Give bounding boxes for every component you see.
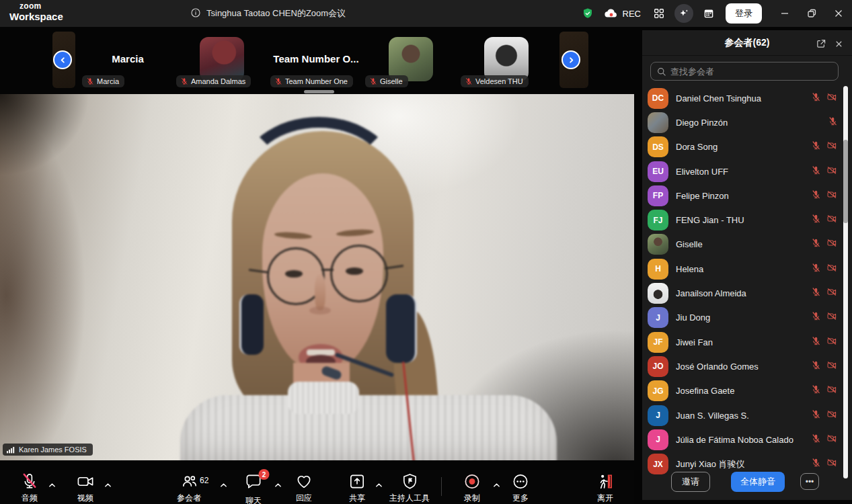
participants-count: 62 — [200, 476, 208, 485]
tile-pill-label: Veldesen THU — [475, 77, 523, 85]
participant-row[interactable]: FJ FENG Jian - THU — [642, 208, 844, 232]
participant-avatar: EU — [648, 161, 668, 182]
video-off-icon — [826, 238, 838, 251]
filmstrip-scroll-indicator[interactable] — [304, 90, 334, 93]
toolbar-share[interactable]: 共享 — [348, 472, 366, 504]
invite-button[interactable]: 邀请 — [671, 472, 710, 492]
toolbar-participants-label: 参会者 — [177, 493, 201, 504]
ai-companion-icon[interactable] — [674, 4, 693, 23]
video-off-icon — [826, 190, 838, 202]
video-off-icon — [826, 287, 838, 300]
participant-row[interactable]: H Helena — [642, 257, 844, 281]
info-icon[interactable] — [190, 7, 201, 20]
toolbar-reactions[interactable]: 回应 — [295, 472, 313, 504]
panel-popout-icon[interactable] — [813, 36, 829, 52]
minimize-button[interactable] — [771, 0, 798, 27]
participant-status-icons — [811, 92, 838, 105]
record-options-chevron[interactable] — [492, 478, 502, 491]
calendar-icon[interactable] — [697, 0, 720, 27]
tile-name-pill: Amanda Dalmas — [176, 75, 251, 87]
cloud-recording-indicator[interactable]: REC — [603, 7, 641, 19]
rec-label: REC — [623, 9, 641, 19]
participant-row[interactable]: J Júlia de Fátima Noboa Calado — [642, 427, 844, 452]
participant-avatar: FP — [648, 185, 668, 206]
participant-name: Elivelton UFF — [676, 167, 811, 177]
participant-name: José Orlando Gomes — [676, 362, 811, 372]
participant-status-icons — [811, 336, 838, 349]
participant-row[interactable]: Diego Pinzón — [642, 110, 844, 134]
participant-name: Felipe Pinzon — [676, 191, 811, 201]
participant-row[interactable]: JG Josefina Gaete — [642, 379, 844, 403]
participant-avatar: JO — [648, 356, 668, 377]
participant-row[interactable]: Janailson Almeida — [642, 281, 844, 305]
video-off-icon — [826, 433, 838, 446]
mute-all-button[interactable]: 全体静音 — [731, 472, 785, 492]
filmstrip-tile[interactable]: Team Number O... Team Number One — [266, 32, 366, 88]
participant-avatar: FJ — [648, 210, 668, 230]
participant-status-icons — [811, 165, 838, 178]
filmstrip-tile[interactable]: Marcia Marcia — [77, 32, 178, 88]
toolbar-video[interactable]: 视频 — [77, 472, 95, 504]
apps-grid-icon[interactable] — [648, 0, 670, 27]
toolbar-participants[interactable]: 参会者 — [177, 472, 201, 504]
chat-options-chevron[interactable] — [273, 478, 283, 491]
toolbar-chat[interactable]: 2 聊天 — [245, 472, 263, 504]
participant-status-icons — [811, 287, 838, 300]
toolbar-more[interactable]: 更多 — [512, 472, 530, 504]
mic-muted-icon — [465, 77, 473, 85]
mic-muted-icon — [811, 360, 821, 373]
toolbar-leave[interactable]: 离开 — [596, 472, 615, 504]
panel-close-icon[interactable] — [830, 36, 847, 52]
participant-status-icons — [811, 384, 838, 397]
login-button[interactable]: 登录 — [726, 3, 762, 24]
zoom-meeting-window: zoom Workspace Tsinghua Taotao CHEN的Zoom… — [0, 0, 852, 504]
filmstrip-prev-button[interactable] — [53, 50, 72, 69]
chat-unread-badge: 2 — [259, 469, 270, 480]
participant-row[interactable]: JF Jiwei Fan — [642, 330, 844, 354]
participant-row[interactable]: J Juan S. Villegas S. — [642, 403, 844, 427]
participant-avatar — [648, 234, 668, 255]
participant-row[interactable]: FP Felipe Pinzon — [642, 183, 844, 208]
participant-row[interactable]: Giselle — [642, 233, 844, 257]
meeting-title-group: Tsinghua Taotao CHEN的Zoom会议 — [190, 0, 346, 27]
toolbar-host-tools[interactable]: 主持人工具 — [389, 472, 430, 504]
toolbar-audio[interactable]: 音频 — [21, 472, 39, 504]
toolbar-record-label: 录制 — [464, 493, 480, 504]
mic-muted-icon — [811, 190, 821, 202]
video-off-icon — [826, 409, 838, 422]
share-options-chevron[interactable] — [374, 478, 384, 491]
close-window-button[interactable] — [825, 0, 852, 27]
participant-row[interactable]: EU Elivelton UFF — [642, 159, 844, 183]
participant-status-icons — [828, 116, 838, 129]
main-speaker-video[interactable]: Karen James FOSIS — [0, 94, 634, 460]
audio-options-chevron[interactable] — [47, 478, 57, 491]
filmstrip-tile[interactable]: Giselle — [360, 32, 461, 88]
participants-panel-footer: 邀请 全体静音 ••• — [642, 472, 852, 493]
filmstrip-next-button[interactable] — [561, 50, 580, 69]
panel-more-button[interactable]: ••• — [800, 473, 819, 490]
filmstrip-tile[interactable]: Amanda Dalmas — [171, 32, 272, 88]
participants-options-chevron[interactable] — [219, 478, 229, 491]
search-icon — [656, 67, 666, 77]
participant-row[interactable]: DC Daniel Chen Tsinghua — [642, 86, 844, 110]
participant-name: Júlia de Fátima Noboa Calado — [676, 435, 811, 445]
participant-avatar: JG — [648, 380, 668, 401]
participants-panel-header: 参会者(62) — [642, 30, 852, 56]
host-tools-shield-icon — [401, 472, 419, 491]
participant-row[interactable]: J Jiu Dong — [642, 306, 844, 330]
participants-scrollbar-thumb[interactable] — [843, 140, 848, 223]
video-off-icon — [826, 92, 838, 105]
participant-row[interactable]: JO José Orlando Gomes — [642, 354, 844, 378]
video-off-icon — [826, 165, 838, 178]
toolbar-record[interactable]: 录制 — [463, 472, 481, 504]
participant-status-icons — [811, 360, 838, 373]
toolbar-divider — [441, 477, 442, 496]
search-input[interactable] — [670, 67, 832, 77]
filmstrip-tile[interactable]: Veldesen THU — [456, 32, 557, 88]
mic-muted-icon — [86, 77, 94, 85]
restore-button[interactable] — [798, 0, 825, 27]
tile-pill-label: Giselle — [380, 77, 403, 85]
security-shield-icon[interactable] — [576, 0, 599, 27]
video-options-chevron[interactable] — [103, 478, 113, 491]
participant-row[interactable]: DS Dora Song — [642, 135, 844, 159]
